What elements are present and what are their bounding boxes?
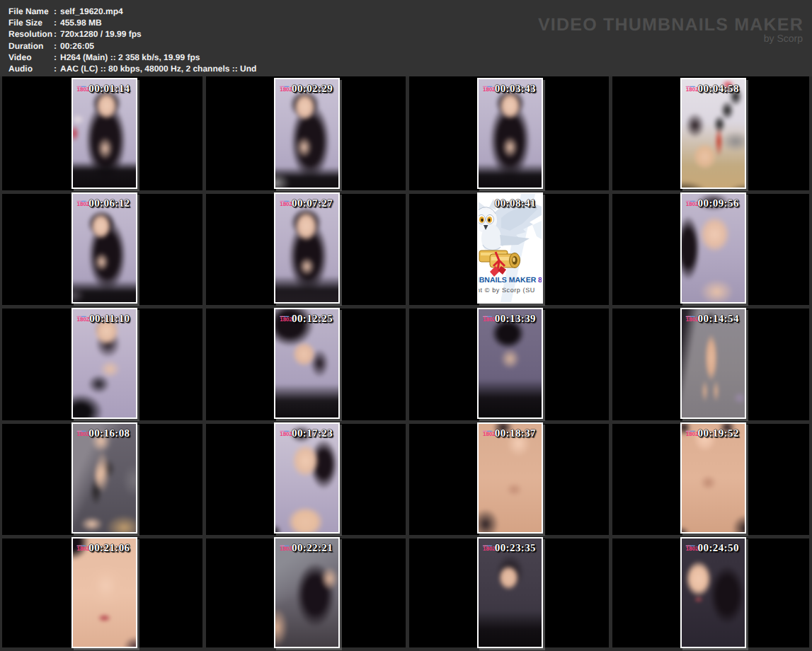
svg-text:8: 8 <box>538 276 542 284</box>
svg-text:MBNAILS MAKER: MBNAILS MAKER <box>479 276 537 284</box>
svg-text:ht © by Scorp (SU: ht © by Scorp (SU <box>479 287 535 294</box>
